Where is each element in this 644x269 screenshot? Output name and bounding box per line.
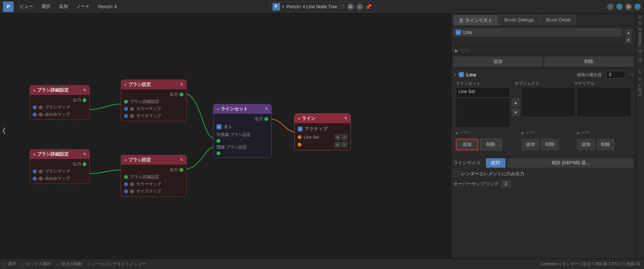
lineset-remove-btn[interactable]: − [341,134,347,140]
line-item-row[interactable]: ✓ Line [453,28,622,37]
line-settings-checkbox[interactable]: ✓ [459,72,464,77]
node-header-brush-detail-2[interactable]: ∨ ブラシ詳細設定 ✎ [30,150,89,159]
tab-linelist[interactable]: ☰ ラインリスト [453,15,498,26]
node-header-brush-settings-1[interactable]: ∨ ブラシ設定 ✎ [121,80,186,89]
node-brush-settings-1[interactable]: ∨ ブラシ設定 ✎ 出力 ブラシ詳細設定 カラーマップ [121,79,187,121]
line-settings-arrow[interactable]: ∨ [453,72,456,77]
edit-icon-bs2[interactable]: ✎ [180,157,183,162]
node-header-lineset[interactable]: ∨ ラインセット ✎ [214,104,271,114]
lineset-section-add-button[interactable]: 追加 [456,139,478,150]
material-col [577,87,631,117]
render-element-checkbox[interactable] [453,171,459,177]
lineset-section-del-button[interactable]: 削除 [480,139,502,150]
edit-icon-ls[interactable]: ✎ [265,107,268,112]
line-settings-title: Line [466,72,476,78]
top-bar: P ビュー 選択 追加 ノード Pencil+ 4 P ▾ Pencil+ 4 … [0,0,644,14]
move-down-button[interactable]: ▼ [512,108,520,116]
node-body-line: ✓ アクティブ Line Set + − + − [295,123,350,150]
lineset-expand-arrow[interactable]: ▶ [456,131,459,135]
node-brush-detail-2[interactable]: ∨ ブラシ詳細設定 ✎ 出力 ブラシマップ ゆがみマップ [29,149,90,184]
socket-sizemap-2b [130,190,134,193]
scroll-down-arrow[interactable]: ▼ [625,37,632,43]
menu-view[interactable]: ビュー [17,2,35,11]
material-del-button[interactable]: 削除 [596,139,615,150]
node-line[interactable]: ∨ ライン ✎ ✓ アクティブ Line Set + − [294,113,351,150]
edit-icon[interactable]: ✎ [83,88,86,93]
object-add-button[interactable]: 追加 [521,139,539,150]
node-header-brush-detail-1[interactable]: ∨ ブラシ詳細設定 ✎ [30,86,89,95]
edit-icon-bd2[interactable]: ✎ [83,152,86,157]
lineset-visible-socket-row [217,138,268,144]
object-expand-arrow[interactable]: ▶ [521,131,524,135]
object-dots: ⠿⠿⠿ [526,131,535,135]
socket-sizemap-2 [124,190,128,193]
copy-remove-btn[interactable]: − [341,142,347,148]
node-lineset[interactable]: ∨ ラインセット ✎ 出力 ✓ オン 可視線 ブラシ設定 [213,104,272,158]
socket-output-brush-detail-2 [83,162,86,166]
app-icon[interactable]: P [3,2,14,12]
linelist-add-button[interactable]: 追加 [453,57,543,67]
box-select-label: ボックス選択 [26,261,51,267]
linelist-delete-button[interactable]: 削除 [544,57,634,67]
shield-icon[interactable]: 🛡 [340,4,345,10]
edit-icon-bs1[interactable]: ✎ [180,82,183,87]
move-up-button[interactable]: ▲ [512,98,520,107]
pin-icon[interactable]: 📌 [365,4,372,10]
status-stats: Collection | モンキー | 頂点:7,958 面:7,872 | 三… [540,261,640,267]
node-title-brush-settings-2: ブラシ設定 [128,157,178,163]
lineset-hidden-row: 隠線 ブラシ設定 [217,144,268,151]
object-expand: ▶ ⠿⠿⠿ [521,130,576,136]
line-item-checkbox[interactable]: ✓ [456,30,461,35]
edit-icon-line[interactable]: ✎ [344,116,347,121]
top-right-btn3[interactable]: ⊞ [625,3,632,10]
line-active-checkbox[interactable]: ✓ [298,127,303,131]
node-header-line[interactable]: ∨ ライン ✎ [295,114,350,123]
section-header-line: ∨ ✓ Line 描画の優先度 ⠿⠿ [453,71,633,78]
lineset-dots: ⠿⠿⠿ [460,131,469,135]
material-add-button[interactable]: 追加 [577,139,595,150]
vertical-label-yu[interactable]: ュ [636,69,644,78]
node-brush-settings-2[interactable]: ∨ ブラシ設定 ✎ 出力 ブラシ詳細設定 カラーマップ [121,155,187,197]
tab-brush-detail[interactable]: Brush Detail [540,15,576,26]
close-button[interactable]: × [356,3,363,10]
priority-input[interactable] [606,71,625,78]
linelist-icon: ☰ [459,18,463,23]
node-brush-detail-1[interactable]: ∨ ブラシ詳細設定 ✎ 出力 ブラシマップ ゆがみマップ [29,85,90,120]
tab-brush-settings-label: Brush Settings [504,17,534,23]
menu-add[interactable]: 追加 [57,2,70,11]
socket-distortmap-2 [33,177,37,180]
linesize-label: ラインサイズ [453,160,484,166]
center-bar: P ▾ Pencil+ 4 Line Node Tree 🛡 ⧉ × 📌 [269,2,375,12]
node-header-brush-settings-2[interactable]: ∨ ブラシ設定 ✎ [121,155,186,165]
canvas-left-arrow[interactable]: ❮ [2,127,6,134]
scroll-up-arrow[interactable]: ▲ [625,29,632,36]
socket-brushmap-2b [39,170,43,173]
expand-arrow[interactable]: ▶ [455,48,458,53]
line-lineset-row: Line Set + − [298,133,347,141]
linesize-relative-button[interactable]: 相対 (640*480 基... [508,158,633,168]
copy-icon[interactable]: ⧉ [347,3,354,10]
vertical-label-pencil[interactable]: Pencil+ 4 ライ [636,15,644,48]
top-right-btn2[interactable]: 🌐 [616,3,623,10]
material-expand-arrow[interactable]: ▶ [577,131,580,135]
input-row-colormap-2: カラーマップ [124,180,183,188]
node-canvas[interactable]: ∨ ブラシ詳細設定 ✎ 出力 ブラシマップ ゆがみマップ [0,14,451,258]
lineset-on-checkbox[interactable]: ✓ [217,124,221,129]
linesize-absolute-button[interactable]: 絶対 [486,158,506,168]
menu-pencil[interactable]: Pencil+ 4 [96,3,119,11]
socket-distortmap-1b [39,113,43,116]
copy-add-btn[interactable]: + [335,142,341,148]
top-right-btn1[interactable]: ↑ [607,3,614,10]
menu-node[interactable]: ノード [74,2,92,11]
object-del-button[interactable]: 削除 [541,139,559,150]
top-right-btn4[interactable]: 🌐 [634,3,641,10]
menu-select[interactable]: 選択 [39,2,53,11]
editor-dropdown-arrow[interactable]: ▾ [282,5,284,9]
vertical-label-bi[interactable]: ビ [636,59,644,68]
lineset-add-btn[interactable]: + [335,134,341,140]
vertical-label-ru[interactable]: ル [636,49,644,58]
oversampling-value[interactable]: 2 [501,180,511,188]
tab-brush-settings[interactable]: Brush Settings [499,15,539,26]
vertical-label-group[interactable]: グループ [636,84,644,102]
vertical-label-dash[interactable]: ー [636,79,644,83]
